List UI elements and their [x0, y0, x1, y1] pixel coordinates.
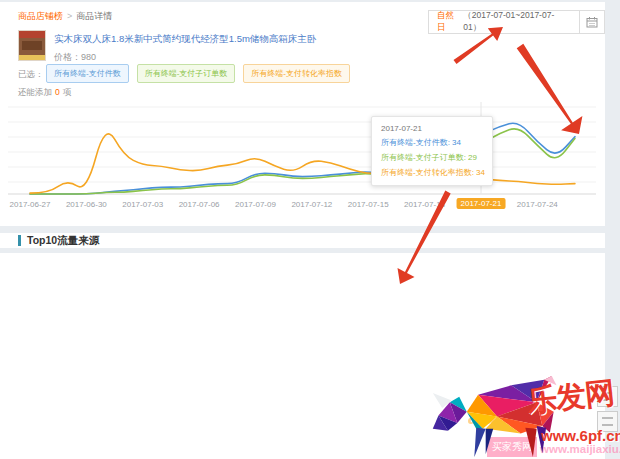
page: { "breadcrumb": { "items": ["商品店铺榜", "商品… [0, 0, 620, 459]
product-price: 价格：980 [54, 51, 96, 64]
x-axis-label: 2017-06-27 [10, 200, 51, 209]
traffic-section-header: Top10流量来源 [0, 233, 605, 248]
x-axis-label: 2017-07-09 [235, 200, 276, 209]
product-thumbnail-detail [22, 41, 42, 50]
hint-prefix: 还能添加 [18, 87, 52, 97]
x-axis-label: 2017-07-12 [291, 200, 332, 209]
calendar-button[interactable] [580, 10, 605, 34]
overview-card: 商品店铺榜>商品详情 实木床双人床1.8米新中式简约现代经济型1.5m储物高箱床… [0, 2, 605, 226]
x-axis-label: 2017-07-06 [179, 200, 220, 209]
traffic-sources-card: PC端来源 无线端来源 来源名称访客数占比浏览量占比直通车1062.50%104… [0, 253, 605, 459]
breadcrumb-item-shop-rank[interactable]: 商品店铺榜 [18, 11, 63, 21]
filter-tag[interactable]: 所有终端-支付件数 [46, 64, 129, 83]
breadcrumb-separator: > [67, 11, 72, 21]
date-picker: 自然日 （2017-07-01~2017-07-01） [428, 10, 605, 34]
tooltip-row: 所有终端-支付转化率指数: 34 [381, 167, 483, 178]
calendar-icon [586, 16, 598, 28]
x-axis-label: 2017-07-03 [122, 200, 163, 209]
product-thumbnail[interactable] [18, 30, 46, 61]
floating-side-widget [597, 386, 618, 436]
side-widget-button-1[interactable] [597, 386, 618, 407]
x-axis-label: 2017-07-15 [348, 200, 389, 209]
section-title: Top10流量来源 [27, 234, 99, 248]
x-axis-label: 2017-06-30 [66, 200, 107, 209]
x-axis-label: 2017-07-24 [517, 200, 558, 209]
filter-tag[interactable]: 所有终端-支付转化率指数 [243, 64, 350, 83]
trend-line-chart[interactable] [0, 98, 605, 198]
filter-tag[interactable]: 所有终端-支付子订单数 [137, 64, 236, 83]
metric-filter-tags: 所有终端-支付件数所有终端-支付子订单数所有终端-支付转化率指数 [46, 64, 350, 83]
date-range-button[interactable]: 自然日 （2017-07-01~2017-07-01） [428, 10, 580, 34]
tooltip-date: 2017-07-21 [381, 124, 483, 133]
chart-tooltip: 2017-07-21 所有终端-支付件数: 34所有终端-支付子订单数: 29所… [371, 116, 493, 186]
side-widget-button-2[interactable] [597, 411, 618, 432]
chart-line [30, 134, 575, 193]
price-label: 价格： [54, 52, 81, 62]
product-title-link[interactable]: 实木床双人床1.8米新中式简约现代经济型1.5m储物高箱床主卧 [54, 33, 316, 46]
x-axis-label: 2017-07-18 [404, 200, 445, 209]
selected-metrics-label: 已选： [18, 69, 44, 81]
chart-line [30, 123, 575, 194]
x-axis-label: 2017-07-21 [456, 198, 505, 209]
breadcrumb-item-product-detail: 商品详情 [76, 11, 112, 21]
chart-line [30, 129, 575, 194]
tooltip-row: 所有终端-支付件数: 34 [381, 137, 483, 148]
section-accent-bar [18, 235, 21, 246]
date-type-label: 自然日 [437, 10, 462, 34]
date-range-value: （2017-07-01~2017-07-01） [463, 10, 571, 34]
tooltip-rows: 所有终端-支付件数: 34所有终端-支付子订单数: 29所有终端-支付转化率指数… [381, 137, 483, 178]
tooltip-row: 所有终端-支付子订单数: 29 [381, 152, 483, 163]
hint-suffix: 项 [63, 87, 72, 97]
price-value: 980 [81, 52, 96, 62]
hint-count: 0 [55, 87, 60, 97]
breadcrumb: 商品店铺榜>商品详情 [18, 10, 112, 23]
